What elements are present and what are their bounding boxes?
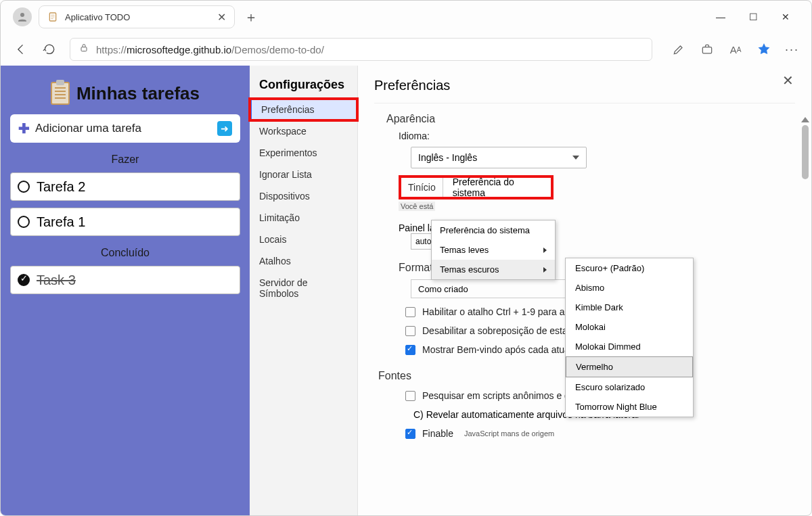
- close-panel-icon[interactable]: ✕: [782, 72, 794, 89]
- menu-item[interactable]: Temas escuros: [432, 260, 555, 279]
- todo-title: Minhas tarefas: [76, 83, 200, 104]
- settings-item[interactable]: Servidor de Símbolos: [250, 272, 357, 304]
- lock-icon: [78, 43, 89, 56]
- submenu-item[interactable]: Escuro+ (Padrão): [566, 258, 693, 278]
- settings-sidebar: Configurações PreferênciasWorkspaceExper…: [250, 66, 358, 515]
- dark-themes-submenu[interactable]: Escuro+ (Padrão)AbismoKimble DarkMolokai…: [565, 258, 694, 417]
- window-titlebar: Aplicativo TODO ✕ ＋ ― ☐ ✕: [1, 1, 811, 33]
- settings-item[interactable]: Preferências: [250, 99, 357, 120]
- clipboard-icon: [51, 82, 70, 105]
- caret-down-icon: [572, 156, 579, 160]
- settings-item[interactable]: Workspace: [250, 120, 357, 142]
- task-checkbox-checked[interactable]: [18, 274, 30, 286]
- checkbox-row[interactable]: FinableJavaScript mans de origem: [405, 428, 795, 439]
- settings-item[interactable]: Limitação: [250, 207, 357, 229]
- page-icon: [47, 11, 58, 22]
- window-close-button[interactable]: ✕: [779, 11, 792, 22]
- settings-item[interactable]: Ignorar Lista: [250, 164, 357, 185]
- submenu-item[interactable]: Escuro solarizado: [566, 377, 693, 397]
- checkbox-checked[interactable]: [405, 345, 415, 355]
- svg-rect-6: [702, 47, 711, 53]
- profile-avatar[interactable]: [13, 7, 32, 26]
- theme-select-highlighted[interactable]: Tinício Preferência do sistema: [399, 175, 554, 200]
- briefcase-icon[interactable]: [700, 42, 715, 57]
- submit-arrow-icon[interactable]: ➜: [217, 121, 232, 136]
- settings-item[interactable]: Experimentos: [250, 142, 357, 164]
- text-size-icon[interactable]: AA: [728, 42, 743, 57]
- language-label: Idioma:: [399, 131, 795, 141]
- submenu-item[interactable]: Vermelho: [566, 356, 693, 377]
- checkbox[interactable]: [405, 326, 415, 336]
- settings-item[interactable]: Atalhos: [250, 250, 357, 272]
- task-item[interactable]: Tarefa 2: [10, 172, 240, 201]
- settings-item[interactable]: Dispositivos: [250, 185, 357, 207]
- edit-icon[interactable]: [671, 42, 686, 57]
- task-item-done[interactable]: Task 3: [10, 266, 240, 294]
- window-minimize-button[interactable]: ―: [714, 11, 727, 22]
- settings-item[interactable]: Locais: [250, 229, 357, 250]
- favorite-star-icon[interactable]: [757, 42, 771, 57]
- submenu-item[interactable]: Molokai Dimmed: [566, 337, 693, 356]
- scroll-thumb[interactable]: [802, 125, 809, 179]
- refresh-button[interactable]: [41, 41, 58, 57]
- menu-item[interactable]: Temas leves: [432, 240, 555, 260]
- address-bar-row: https://microsoftedge.github.io/Demos/de…: [1, 33, 811, 66]
- url-text: https://microsoftedge.github.io/Demos/de…: [96, 44, 324, 55]
- submenu-item[interactable]: Kimble Dark: [566, 298, 693, 317]
- submenu-item[interactable]: Tomorrow Night Blue: [566, 397, 693, 417]
- svg-point-0: [20, 13, 24, 17]
- add-task-placeholder: Adicionar uma tarefa: [35, 122, 212, 135]
- submenu-item[interactable]: Molokai: [566, 317, 693, 337]
- section-todo-label: Fazer: [10, 154, 240, 166]
- section-done-label: Concluído: [10, 247, 240, 259]
- settings-title: Configurações: [250, 78, 357, 99]
- checkbox[interactable]: [405, 307, 415, 317]
- menu-item[interactable]: Preferência do sistema: [432, 220, 555, 240]
- color-format-select[interactable]: Como criado: [411, 279, 580, 298]
- svg-rect-5: [81, 47, 87, 51]
- task-item[interactable]: Tarefa 1: [10, 208, 240, 236]
- theme-note: Você está: [399, 202, 435, 211]
- more-menu-icon[interactable]: ···: [785, 43, 799, 57]
- prefs-title: Preferências: [374, 78, 795, 103]
- plus-icon: ✚: [18, 120, 30, 137]
- browser-tab[interactable]: Aplicativo TODO ✕: [39, 5, 235, 28]
- tab-close-icon[interactable]: ✕: [217, 11, 226, 24]
- task-checkbox[interactable]: [18, 216, 30, 228]
- new-tab-button[interactable]: ＋: [244, 8, 258, 26]
- add-task-input[interactable]: ✚ Adicionar uma tarefa ➜: [10, 114, 240, 143]
- tab-title: Aplicativo TODO: [65, 12, 210, 22]
- address-bar[interactable]: https://microsoftedge.github.io/Demos/de…: [70, 38, 652, 61]
- todo-app-panel: Minhas tarefas ✚ Adicionar uma tarefa ➜ …: [1, 66, 250, 515]
- submenu-item[interactable]: Abismo: [566, 278, 693, 298]
- window-maximize-button[interactable]: ☐: [746, 11, 760, 22]
- section-appearance: Aparência: [386, 113, 795, 125]
- back-button[interactable]: [13, 41, 29, 57]
- checkbox-checked[interactable]: [405, 429, 415, 439]
- checkbox[interactable]: [405, 391, 415, 401]
- theme-dropdown-menu[interactable]: Preferência do sistemaTemas levesTemas e…: [431, 220, 556, 280]
- scroll-up-icon[interactable]: [801, 117, 809, 122]
- task-checkbox[interactable]: [18, 181, 30, 193]
- language-select[interactable]: Inglês - Inglês: [411, 147, 587, 168]
- scrollbar[interactable]: [800, 117, 810, 509]
